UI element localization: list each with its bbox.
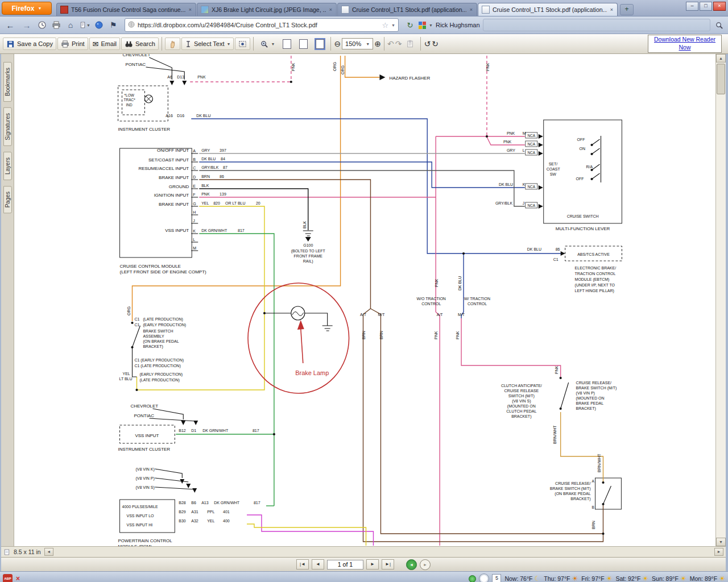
email-button[interactable]: ✉ Email (89, 38, 120, 50)
next-view-button[interactable]: ► (420, 559, 431, 570)
url-dropdown-icon[interactable]: ▼ (391, 23, 395, 27)
url-bar[interactable]: https://dl.dropbox.com/u/24984984/Cruise… (125, 18, 399, 32)
svg-text:D16: D16 (177, 114, 184, 118)
print-button[interactable]: Print (57, 38, 88, 50)
scroll-left-icon[interactable]: ◄ (44, 548, 53, 556)
scroll-down-icon[interactable]: ▼ (716, 538, 726, 546)
svg-text:MODULE (EBTCM): MODULE (EBTCM) (575, 277, 610, 282)
maximize-button[interactable]: □ (700, 2, 712, 11)
bookmark-star-icon[interactable]: ☆ (382, 21, 388, 30)
panel-tab-pages[interactable]: Pages (3, 186, 12, 213)
undo-button[interactable]: ↶ (387, 39, 394, 48)
svg-text:OR LT BLU: OR LT BLU (225, 201, 245, 205)
first-page-button[interactable]: |◄ (296, 559, 309, 569)
scroll-right-icon[interactable]: ► (714, 548, 723, 556)
clock-tray-icon[interactable] (479, 574, 489, 582)
flag-icon[interactable]: ⚑ (107, 19, 119, 31)
minimize-button[interactable]: – (686, 2, 698, 11)
bookmark-page-icon[interactable]: ▼ (79, 19, 90, 31)
print-icon[interactable] (51, 19, 62, 31)
previous-view-button[interactable]: ◄ (406, 559, 417, 570)
adblock-tray-icon[interactable]: ABP (3, 574, 13, 582)
tab-close-icon[interactable]: × (469, 7, 473, 13)
tab-close-icon[interactable]: × (329, 7, 333, 13)
new-tab-button[interactable]: + (620, 4, 634, 15)
pdf-page[interactable]: NCANCANCANCANCACHEVROLETPONTIACA6D13PNK*… (14, 54, 715, 546)
svg-text:CONTROL: CONTROL (421, 302, 441, 306)
weather-sat[interactable]: Sat: 92°F ☀ (615, 575, 648, 582)
weather-sun[interactable]: Sun: 89°F ☀ (652, 575, 686, 582)
page-actual-view-button[interactable] (312, 38, 328, 50)
zoom-level-combo[interactable]: 150% ▼ (342, 38, 373, 49)
scrollbar-thumb[interactable] (717, 64, 725, 94)
scrollbar-track[interactable] (716, 95, 726, 538)
page-width-view-button[interactable] (279, 38, 295, 50)
tab-xj6-brake-light[interactable]: XJ6 Brake Light Circuit.jpg (JPEG Image,… (197, 3, 337, 16)
svg-text:BLK: BLK (303, 221, 307, 228)
download-new-reader-link[interactable]: Download New Reader Now (648, 35, 722, 52)
back-button[interactable]: ← (3, 19, 17, 31)
hand-tool-button[interactable] (165, 38, 180, 50)
zoom-tool-button[interactable]: ▼ (257, 38, 278, 50)
svg-text:INSTRUMENT CLUSTER: INSTRUMENT CLUSTER (118, 127, 171, 132)
svg-text:B12: B12 (179, 429, 186, 433)
panel-tab-bookmarks[interactable]: Bookmarks (3, 62, 12, 102)
last-page-button[interactable]: ►| (382, 559, 394, 569)
weather-mon[interactable]: Mon: 89°F ☀ (690, 575, 725, 582)
select-text-button[interactable]: Select Text ▼ (181, 38, 234, 50)
firefox-menu-button[interactable]: Firefox ▼ (2, 2, 52, 15)
next-page-button[interactable]: ► (366, 559, 379, 569)
close-button[interactable]: × (713, 2, 726, 11)
search-button[interactable]: Search (121, 38, 159, 50)
weather-fri[interactable]: Fri: 97°F ☀ (581, 575, 612, 582)
svg-text:L: L (193, 238, 195, 242)
green-status-tray-icon[interactable] (469, 575, 476, 582)
rotate-left-button[interactable]: ↺ (424, 39, 431, 48)
tab-close-icon[interactable]: × (610, 7, 614, 13)
page-fit-view-button[interactable] (296, 38, 311, 50)
printer-icon (61, 40, 69, 48)
svg-text:(EARLY PRODUCTION): (EARLY PRODUCTION) (139, 372, 183, 377)
redo-button[interactable]: ↷ (395, 39, 402, 48)
scroll-up-icon[interactable]: ▲ (716, 54, 726, 63)
red-x-tray-icon[interactable]: × (16, 575, 20, 582)
forward-button[interactable]: → (20, 19, 34, 31)
svg-text:CLUTCH ANTICIPATE/: CLUTCH ANTICIPATE/ (501, 384, 542, 388)
home-icon[interactable]: ⌂ (65, 19, 76, 31)
svg-text:B29: B29 (179, 510, 186, 514)
weather-label: Sat: 92°F (615, 575, 640, 582)
calendar-day-tray-icon[interactable]: 5 (492, 574, 501, 582)
zoom-out-button[interactable]: ⊖ (334, 39, 341, 48)
zoom-in-button[interactable]: ⊕ (374, 39, 381, 48)
page-indicator[interactable]: 1 of 1 (327, 560, 363, 569)
weather-now[interactable]: Now: 76°F ☾ (504, 575, 540, 582)
page-zoom-magnifier-icon[interactable] (713, 19, 725, 31)
history-icon[interactable] (36, 19, 48, 31)
svg-text:M/T: M/T (378, 313, 385, 317)
panel-tab-signatures[interactable]: Signatures (3, 107, 12, 146)
svg-text:PNK: PNK (503, 140, 512, 144)
svg-text:CHEVROLET: CHEVROLET (131, 404, 159, 409)
tab-cruise-control-pdf-2-active[interactable]: Cruise Control_LT1 Stock.pdf (applicatio… (478, 3, 618, 16)
svg-text:397: 397 (220, 148, 226, 152)
select-text-label: Select Text (194, 40, 225, 47)
account-widget[interactable]: ▼ Rick Hughsman (419, 22, 480, 29)
downloadhelper-icon[interactable] (93, 19, 105, 31)
tab-t56-fusion[interactable]: T56 Fusion Cruise Control Saga continue.… (56, 3, 196, 16)
copy-button[interactable] (403, 38, 417, 50)
vertical-scrollbar[interactable]: ▲ ▼ (715, 54, 726, 546)
tab-close-icon[interactable]: × (188, 7, 192, 13)
reload-icon[interactable]: ↻ (404, 19, 416, 31)
binoculars-icon (125, 40, 133, 48)
save-a-copy-button[interactable]: Save a Copy (3, 38, 56, 50)
panel-tab-layers[interactable]: Layers (3, 152, 12, 180)
toolbar-field[interactable] (483, 19, 710, 31)
snapshot-tool-button[interactable] (235, 38, 250, 50)
rotate-right-button[interactable]: ↻ (432, 39, 439, 48)
tab-cruise-control-pdf-1[interactable]: Cruise Control_LT1 Stock.pdf (applicatio… (337, 3, 477, 16)
previous-page-button[interactable]: ◄ (312, 559, 324, 569)
weather-thu[interactable]: Thu: 97°F ☀ (544, 575, 578, 582)
svg-text:M/T: M/T (458, 313, 465, 317)
svg-text:W/O TRACTION: W/O TRACTION (417, 297, 446, 301)
url-text[interactable]: https://dl.dropbox.com/u/24984984/Cruise… (138, 22, 379, 28)
